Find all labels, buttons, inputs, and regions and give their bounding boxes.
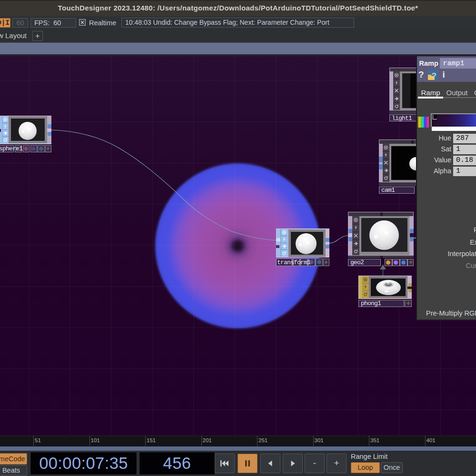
svg-text:?: ?: [431, 71, 436, 80]
